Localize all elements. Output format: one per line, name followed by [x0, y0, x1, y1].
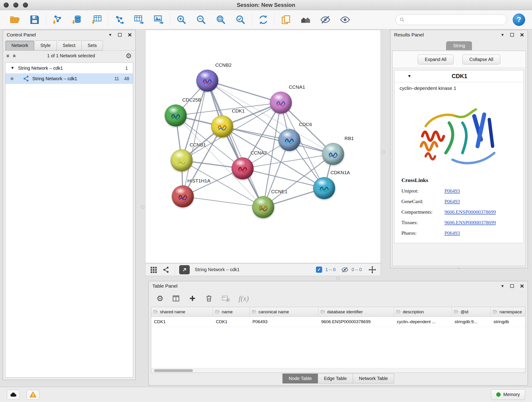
memory-button[interactable]: Memory: [491, 389, 525, 400]
table-cell[interactable]: stringdb: [491, 317, 525, 327]
panel-menu-icon[interactable]: ▼: [108, 33, 112, 37]
warnings-button[interactable]: [27, 390, 39, 400]
column-header-name[interactable]: name: [213, 307, 250, 317]
network-node-cdkn1a[interactable]: [313, 177, 335, 199]
network-node-rb1[interactable]: [322, 143, 344, 165]
results-close-icon[interactable]: ×: [520, 32, 524, 38]
tab-style[interactable]: Style: [34, 41, 57, 51]
expand-all-icon[interactable]: «: [12, 54, 18, 57]
zoom-out-button[interactable]: [195, 13, 208, 26]
column-header-description[interactable]: description: [394, 307, 452, 317]
column-header-shared-name[interactable]: shared name: [151, 307, 213, 317]
open-session-button[interactable]: [8, 13, 22, 26]
tab-sets[interactable]: Sets: [81, 41, 103, 51]
export-table-button[interactable]: [133, 13, 146, 26]
network-node-ccne1[interactable]: [252, 196, 274, 218]
right-splitter-handle[interactable]: [382, 150, 385, 154]
starter-panel-button[interactable]: [299, 13, 312, 26]
panel-float-icon[interactable]: [118, 33, 122, 37]
network-edge[interactable]: [183, 196, 263, 207]
network-node-ccnb2[interactable]: [196, 70, 218, 92]
table-hscrollbar[interactable]: [151, 368, 525, 373]
network-node-ccnb1[interactable]: [171, 149, 193, 172]
table-cell[interactable]: CDK1: [151, 317, 213, 327]
zoom-selected-button[interactable]: [234, 13, 247, 26]
table-float-icon[interactable]: [510, 284, 514, 288]
gene-collapse-icon[interactable]: ▼: [407, 74, 412, 79]
results-float-icon[interactable]: [510, 33, 514, 37]
help-button[interactable]: ?: [513, 13, 525, 26]
tab-node-table[interactable]: Node Table: [283, 374, 318, 383]
column-header-canonical-name[interactable]: canonical name: [250, 307, 318, 317]
network-edge[interactable]: [222, 127, 333, 154]
network-node-cdc6[interactable]: [278, 129, 300, 151]
network-edge[interactable]: [207, 81, 281, 103]
network-canvas[interactable]: CCNB2CCNA1CDC25BCDK1CDC6RB1CCNB1CCNA2CDK…: [145, 30, 381, 263]
zoom-in-button[interactable]: [175, 13, 188, 26]
crosslink-link[interactable]: 9606.ENSP00000378699: [444, 220, 496, 225]
network-node-hist1h1a[interactable]: [172, 185, 194, 207]
duplicate-document-button[interactable]: [279, 13, 293, 26]
minimize-window-button[interactable]: [13, 2, 18, 7]
save-session-button[interactable]: [28, 13, 41, 26]
fit-content-button[interactable]: [368, 266, 376, 274]
close-window-button[interactable]: [4, 2, 9, 7]
network-overview-button[interactable]: [162, 266, 170, 274]
tab-edge-table[interactable]: Edge Table: [318, 374, 353, 383]
crosslink-link[interactable]: P06493: [444, 198, 460, 204]
table-settings-button[interactable]: ⚙: [157, 294, 163, 302]
network-node-ccna1[interactable]: [270, 92, 292, 114]
cloud-status-button[interactable]: [7, 390, 20, 400]
network-row[interactable]: String Network – cdk1 11 48: [6, 73, 133, 84]
zoom-window-button[interactable]: [23, 2, 28, 7]
gene-card-header[interactable]: ▼ CDK1: [394, 70, 524, 82]
birdseye-button[interactable]: [150, 266, 157, 274]
zoom-fit-button[interactable]: [214, 13, 228, 26]
network-options-gear-icon[interactable]: ⚙: [126, 52, 132, 59]
create-column-button[interactable]: [189, 294, 196, 302]
export-image-button[interactable]: [152, 13, 165, 26]
table-row[interactable]: CDK1CDK1P064939606.ENSP00000378699cyclin…: [151, 317, 525, 327]
search-input[interactable]: [407, 17, 503, 22]
expand-all-button[interactable]: Expand All: [418, 55, 454, 64]
table-cell[interactable]: 9606.ENSP00000378699: [318, 317, 394, 327]
network-edge[interactable]: [207, 81, 263, 207]
network-node-cdc25b[interactable]: [165, 104, 187, 127]
apply-layout-button[interactable]: [257, 13, 270, 26]
toolbar-search[interactable]: [395, 14, 507, 25]
column-header-database-identifier[interactable]: database identifier: [318, 307, 394, 317]
collapse-all-icon[interactable]: »: [5, 54, 11, 57]
table-menu-icon[interactable]: ▼: [500, 284, 505, 288]
delete-column-button[interactable]: [205, 294, 213, 302]
collapse-all-button[interactable]: Collapse All: [462, 55, 500, 64]
hide-graphics-details-button[interactable]: [319, 13, 332, 26]
export-network-button[interactable]: [113, 13, 126, 26]
crosslink-link[interactable]: 9606.ENSP00000378699: [444, 209, 496, 215]
hscroll-thumb[interactable]: [154, 369, 193, 372]
tab-network-table[interactable]: Network Table: [353, 374, 394, 383]
column-header-namespace[interactable]: namespace: [491, 307, 525, 317]
collapse-triangle-icon[interactable]: ▼: [11, 66, 14, 70]
import-table-file-button[interactable]: [90, 13, 103, 26]
import-network-file-button[interactable]: [51, 13, 64, 26]
table-close-icon[interactable]: ×: [520, 283, 524, 289]
selected-checkbox-icon[interactable]: ✓: [316, 267, 322, 273]
import-network-database-button[interactable]: [70, 13, 84, 26]
show-graphics-details-button[interactable]: [338, 13, 352, 26]
network-node-cdk1[interactable]: [211, 115, 233, 138]
panel-close-icon[interactable]: ×: [128, 32, 132, 38]
tab-network[interactable]: Network: [5, 41, 34, 51]
tab-string[interactable]: String: [446, 41, 472, 50]
hidden-items-button[interactable]: [341, 266, 348, 274]
function-builder-button[interactable]: f(x): [239, 294, 249, 303]
delete-table-button[interactable]: [222, 294, 230, 303]
toggle-columns-button[interactable]: [172, 294, 180, 302]
open-in-new-window-button[interactable]: [179, 265, 190, 274]
horizontal-splitter-handle[interactable]: [336, 277, 340, 280]
table-cell[interactable]: CDK1: [213, 317, 250, 327]
table-cell[interactable]: stringdb:9...: [452, 317, 491, 327]
network-node-ccna2[interactable]: [232, 157, 254, 179]
crosslink-link[interactable]: P06493: [444, 230, 460, 236]
tab-select[interactable]: Select: [57, 41, 82, 51]
table-cell[interactable]: cyclin–dependent ...: [394, 317, 452, 327]
